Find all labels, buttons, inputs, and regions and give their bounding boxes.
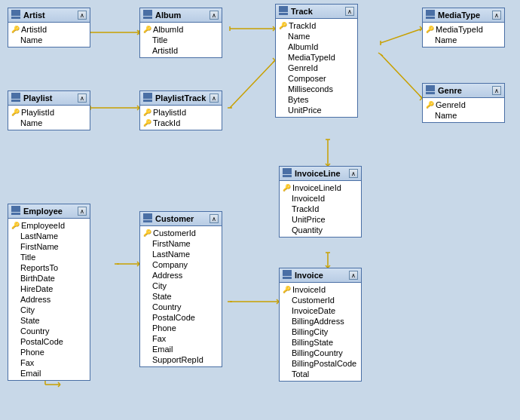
table-fields: 🔑TrackIdNameAlbumIdMediaTypeIdGenreIdCom…	[276, 19, 357, 117]
expand-button[interactable]: ∧	[492, 86, 501, 95]
field-name: Company	[152, 260, 188, 269]
field-row: State	[8, 315, 90, 326]
field-row: FirstName	[140, 238, 222, 249]
field-row: UnitPrice	[276, 105, 357, 115]
field-row: AlbumId	[276, 41, 357, 52]
svg-rect-68	[283, 270, 292, 276]
table-invoice: Invoice∧🔑InvoiceIdCustomerIdInvoiceDateB…	[279, 268, 362, 382]
primary-key-icon: 🔑	[143, 229, 151, 237]
svg-line-17	[378, 53, 383, 56]
field-name: UnitPrice	[288, 106, 322, 115]
field-name: Title	[152, 35, 167, 44]
field-name: Email	[20, 369, 41, 378]
field-name: Name	[435, 111, 457, 120]
expand-button[interactable]: ∧	[210, 94, 219, 103]
table-icon	[143, 213, 152, 224]
field-row: GenreId	[276, 63, 357, 73]
field-name: LastName	[20, 231, 58, 241]
field-name: FirstName	[20, 242, 59, 251]
field-row: BillingCity	[280, 326, 361, 337]
field-row: Name	[276, 31, 357, 41]
primary-key-icon: 🔑	[11, 109, 19, 116]
field-name: Name	[435, 35, 457, 44]
table-title: PlaylistTrack	[155, 94, 206, 103]
field-name: Address	[20, 295, 50, 304]
field-row: 🔑InvoiceLineId	[280, 182, 361, 193]
field-name: Country	[152, 302, 182, 311]
svg-line-10	[381, 29, 422, 43]
field-row: 🔑PlaylistId	[8, 107, 90, 118]
table-icon	[143, 10, 152, 20]
svg-rect-65	[143, 220, 152, 222]
field-name: UnitPrice	[292, 215, 326, 224]
table-playlisttrack: PlaylistTrack∧🔑PlaylistId🔑TrackId	[139, 90, 222, 130]
field-row: 🔑TrackId	[140, 118, 222, 128]
expand-button[interactable]: ∧	[78, 207, 87, 216]
field-name: Address	[152, 271, 182, 280]
svg-rect-59	[11, 100, 20, 102]
table-title: Genre	[438, 86, 489, 95]
table-title: Track	[291, 7, 342, 16]
field-name: City	[152, 281, 167, 290]
field-row: 🔑AlbumId	[140, 24, 222, 35]
field-name: Name	[20, 35, 42, 44]
table-fields: 🔑CustomerIdFirstNameLastNameCompanyAddre…	[140, 226, 222, 366]
table-fields: 🔑InvoiceIdCustomerIdInvoiceDateBillingAd…	[280, 283, 361, 381]
svg-line-45	[58, 382, 60, 385]
field-row: BillingPostalCode	[280, 358, 361, 369]
field-name: Email	[152, 345, 173, 354]
field-row: Name	[423, 35, 504, 45]
table-icon	[426, 85, 435, 96]
field-name: CustomerId	[153, 228, 196, 238]
expand-button[interactable]: ∧	[492, 11, 501, 20]
expand-button[interactable]: ∧	[210, 11, 219, 20]
field-name: Phone	[20, 348, 44, 357]
field-row: Name	[8, 35, 90, 45]
field-row: Quantity	[280, 225, 361, 235]
table-mediatype: MediaType∧🔑MediaTypeIdName	[422, 8, 505, 48]
table-header-mediatype: MediaType∧	[423, 8, 504, 23]
expand-button[interactable]: ∧	[78, 11, 87, 20]
expand-button[interactable]: ∧	[345, 7, 354, 16]
field-row: Title	[8, 252, 90, 262]
field-row: Bytes	[276, 94, 357, 105]
primary-key-icon: 🔑	[143, 119, 151, 127]
field-row: Title	[140, 35, 222, 45]
field-name: AlbumId	[153, 25, 183, 34]
field-row: Composer	[276, 73, 357, 84]
field-name: InvoiceId	[292, 194, 325, 203]
svg-rect-51	[143, 17, 152, 19]
field-name: MediaTypeId	[288, 53, 335, 62]
svg-rect-62	[11, 206, 20, 212]
field-row: Phone	[8, 347, 90, 357]
table-fields: 🔑ArtistIdName	[8, 23, 90, 47]
field-row: Fax	[8, 357, 90, 368]
svg-rect-60	[143, 93, 152, 99]
field-name: AlbumId	[288, 42, 318, 51]
field-row: SupportRepId	[140, 354, 222, 365]
field-row: Milliseconds	[276, 84, 357, 94]
field-name: Composer	[288, 74, 326, 83]
svg-line-46	[58, 385, 60, 387]
table-fields: 🔑AlbumIdTitleArtistId	[140, 23, 222, 57]
primary-key-icon: 🔑	[283, 286, 290, 293]
field-row: 🔑CustomerId	[140, 228, 222, 238]
field-row: BillingCountry	[280, 348, 361, 358]
field-name: Milliseconds	[288, 84, 333, 94]
svg-rect-69	[283, 277, 292, 279]
field-name: BillingState	[292, 338, 333, 347]
expand-button[interactable]: ∧	[349, 169, 358, 178]
expand-button[interactable]: ∧	[78, 94, 87, 103]
field-row: 🔑ArtistId	[8, 24, 90, 35]
field-row: 🔑InvoiceId	[280, 284, 361, 295]
field-name: FirstName	[152, 239, 191, 248]
expand-button[interactable]: ∧	[210, 214, 219, 223]
expand-button[interactable]: ∧	[349, 271, 358, 280]
field-name: Name	[288, 32, 310, 41]
field-row: 🔑GenreId	[423, 100, 504, 110]
field-name: TrackId	[153, 118, 180, 127]
table-icon	[279, 6, 288, 17]
field-row: 🔑MediaTypeId	[423, 24, 504, 35]
primary-key-icon: 🔑	[426, 101, 433, 109]
field-name: BirthDate	[20, 274, 55, 283]
